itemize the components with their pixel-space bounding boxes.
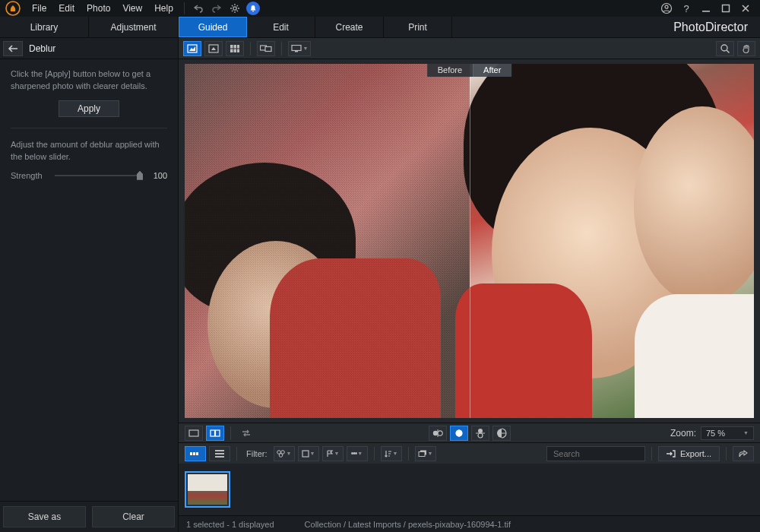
slider-thumb[interactable] <box>137 171 143 180</box>
zoom-select[interactable]: 75 %▼ <box>701 426 754 440</box>
single-view-icon[interactable] <box>185 426 203 441</box>
thumb-small-icon[interactable] <box>185 446 206 461</box>
brand-label: PhotoDirector <box>661 17 760 37</box>
svg-point-42 <box>279 453 283 457</box>
apply-button[interactable]: Apply <box>59 100 119 117</box>
tab-library[interactable]: Library <box>0 17 89 37</box>
save-as-button[interactable]: Save as <box>3 506 86 527</box>
svg-point-4 <box>665 5 668 8</box>
account-icon[interactable] <box>660 2 673 15</box>
slider-instruction: Adjust the amount of deblur applied with… <box>11 139 167 163</box>
svg-rect-37 <box>215 450 224 451</box>
svg-rect-23 <box>189 430 198 436</box>
filter-tag-icon[interactable]: ▼ <box>274 446 295 461</box>
browser-toolbar: Filter: ▼ ▼ ▼ •••▼ ▼ ▼ ✕ Export... <box>179 442 760 464</box>
filter-flag-icon[interactable]: ▼ <box>322 446 344 461</box>
menu-file[interactable]: File <box>26 2 52 15</box>
back-button[interactable] <box>3 41 23 56</box>
svg-rect-45 <box>419 451 425 456</box>
image-canvas[interactable]: Before After <box>185 64 754 418</box>
status-bar: 1 selected - 1 displayed Collection / La… <box>179 515 760 532</box>
svg-point-32 <box>478 433 483 438</box>
divider <box>11 128 167 128</box>
svg-rect-43 <box>302 451 309 457</box>
svg-rect-5 <box>702 11 710 12</box>
share-icon[interactable] <box>733 446 754 461</box>
thumb-list-icon[interactable] <box>209 446 230 461</box>
undo-icon[interactable] <box>192 2 205 15</box>
separator <box>184 2 185 14</box>
stack-icon[interactable]: ▼ <box>415 446 436 461</box>
before-tab[interactable]: Before <box>427 64 473 77</box>
tab-create[interactable]: Create <box>315 17 384 37</box>
settings-icon[interactable] <box>228 2 242 15</box>
svg-rect-16 <box>237 49 239 52</box>
svg-point-2 <box>252 11 254 12</box>
svg-point-1 <box>233 7 236 10</box>
clear-button[interactable]: Clear <box>92 506 175 527</box>
svg-point-28 <box>437 430 442 435</box>
display-dropdown-icon[interactable]: ▼ <box>288 41 311 56</box>
svg-rect-38 <box>215 453 224 454</box>
filter-rating-icon[interactable]: •••▼ <box>347 446 368 461</box>
canvas-area: Before After <box>179 59 760 423</box>
menubar: File Edit Photo View Help ? <box>0 0 760 17</box>
sort-icon[interactable]: ▼ <box>381 446 402 461</box>
svg-rect-24 <box>211 430 215 436</box>
svg-line-22 <box>727 50 730 53</box>
search-input[interactable]: ✕ <box>546 446 645 461</box>
zoom-tool-icon[interactable] <box>716 41 734 56</box>
app-logo-icon <box>5 0 21 17</box>
pan-tool-icon[interactable] <box>737 41 755 56</box>
svg-rect-20 <box>295 51 298 52</box>
svg-marker-8 <box>189 46 195 51</box>
maximize-icon[interactable] <box>719 2 733 15</box>
strength-value: 100 <box>147 171 167 180</box>
svg-rect-35 <box>193 452 195 455</box>
close-icon[interactable] <box>739 2 752 15</box>
mirror-center-icon[interactable] <box>450 426 468 441</box>
svg-rect-34 <box>190 452 192 455</box>
compare-toolbar: Zoom: 75 %▼ <box>179 423 760 442</box>
export-button[interactable]: Export... <box>658 446 720 461</box>
svg-rect-12 <box>234 45 237 49</box>
search-field[interactable] <box>553 449 658 458</box>
thumbnail-strip <box>179 464 760 515</box>
viewmode-grid-icon[interactable] <box>226 41 244 56</box>
menu-view[interactable]: View <box>116 2 148 15</box>
split-view-icon[interactable] <box>206 426 224 441</box>
mirror-left-icon[interactable] <box>429 426 447 441</box>
svg-rect-14 <box>230 49 233 52</box>
dual-monitor-icon[interactable] <box>257 41 275 56</box>
mirror-top-icon[interactable] <box>471 426 489 441</box>
minimize-icon[interactable] <box>699 2 713 15</box>
view-toolbar: ▼ <box>179 38 760 59</box>
svg-rect-25 <box>216 430 220 436</box>
svg-marker-10 <box>211 47 216 50</box>
panel-title: Deblur <box>29 43 55 54</box>
viewmode-single-icon[interactable] <box>183 41 201 56</box>
filter-label-icon[interactable]: ▼ <box>298 446 319 461</box>
help-icon[interactable]: ? <box>679 2 693 15</box>
strength-slider[interactable] <box>55 175 143 176</box>
after-tab[interactable]: After <box>473 64 511 77</box>
svg-rect-36 <box>196 452 198 455</box>
menu-help[interactable]: Help <box>148 2 179 15</box>
tab-edit[interactable]: Edit <box>247 17 315 37</box>
tab-print[interactable]: Print <box>384 17 452 37</box>
svg-rect-19 <box>292 45 301 50</box>
status-selection: 1 selected - 1 displayed <box>186 520 274 529</box>
tab-guided[interactable]: Guided <box>179 17 247 37</box>
menu-photo[interactable]: Photo <box>81 2 116 15</box>
svg-rect-13 <box>237 45 239 49</box>
menu-edit[interactable]: Edit <box>52 2 81 15</box>
svg-rect-18 <box>265 46 271 51</box>
zoom-label: Zoom: <box>670 428 696 439</box>
tab-adjustment[interactable]: Adjustment <box>89 17 179 37</box>
viewmode-fit-icon[interactable] <box>204 41 223 56</box>
mirror-split-icon[interactable] <box>492 426 511 441</box>
thumbnail-item[interactable] <box>185 471 230 508</box>
notification-icon[interactable] <box>246 2 260 15</box>
swap-icon[interactable] <box>237 426 255 441</box>
redo-icon[interactable] <box>210 2 223 15</box>
